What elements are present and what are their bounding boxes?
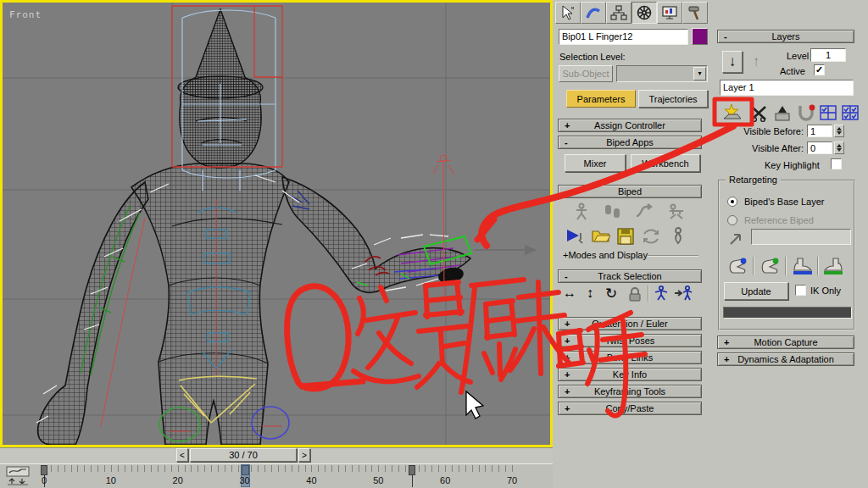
sub-object-button[interactable]: Sub-Object <box>559 65 613 82</box>
body-horizontal-icon[interactable]: ↔ <box>563 286 576 301</box>
biped-playback-icon[interactable] <box>565 226 587 248</box>
expand-icon[interactable]: + <box>724 353 729 365</box>
track-bar-ruler[interactable]: 010203040506070 <box>34 464 553 488</box>
viewport-name-label[interactable]: Front <box>9 9 42 20</box>
rollout-motion-capture[interactable]: + Motion Capture <box>717 336 854 349</box>
delete-layer-icon[interactable] <box>748 103 770 125</box>
opposite-tracks-icon[interactable] <box>673 285 695 303</box>
rollout-assign-controller[interactable]: + Assign Controller <box>558 119 702 132</box>
previous-frame-button[interactable]: < <box>176 448 188 462</box>
expand-icon[interactable]: + <box>565 402 570 414</box>
expand-icon[interactable]: + <box>565 369 570 380</box>
visible-after-field[interactable]: 0 <box>807 141 832 154</box>
collapse-layer-icon[interactable] <box>771 103 793 125</box>
collapse-icon[interactable]: - <box>565 270 568 282</box>
expand-icon[interactable]: + <box>565 335 570 347</box>
visible-before-field[interactable]: 1 <box>807 125 832 137</box>
rollout-layers[interactable]: - Layers <box>717 30 854 43</box>
reference-biped-field[interactable] <box>751 229 851 245</box>
trajectories-tab[interactable]: Trajectories <box>638 90 708 108</box>
lock-com-keying-icon[interactable] <box>627 286 643 303</box>
frame-tick <box>271 465 272 472</box>
move-all-mode-icon[interactable] <box>667 226 689 248</box>
modify-tab-icon[interactable] <box>581 2 606 24</box>
level-field: 1 <box>810 48 846 62</box>
collapse-icon[interactable]: - <box>565 186 568 197</box>
rollout-track-selection[interactable]: - Track Selection <box>558 269 702 283</box>
sub-object-dropdown[interactable]: ▾ <box>616 65 708 82</box>
convert-icon[interactable] <box>640 226 662 248</box>
rollout-title: Track Selection <box>598 271 661 281</box>
dropdown-arrow-icon[interactable]: ▾ <box>693 67 706 80</box>
active-checkbox[interactable]: ✓ <box>814 64 825 75</box>
rollout-key-info[interactable]: + Key Info <box>558 368 702 381</box>
frame-tick <box>345 465 346 472</box>
expand-icon[interactable]: + <box>565 119 570 131</box>
footstep-mode-icon[interactable] <box>603 202 623 223</box>
figure-mode-icon[interactable] <box>571 202 592 223</box>
layer-name-field[interactable]: Layer 1 <box>720 80 854 96</box>
rollout-twist-poses[interactable]: + Twist Poses <box>558 334 702 347</box>
symmetrical-tracks-icon[interactable] <box>653 285 670 303</box>
visible-after-spinner[interactable] <box>834 141 844 154</box>
select-window-icon[interactable] <box>817 103 839 125</box>
left-foot-icon[interactable] <box>790 256 814 280</box>
right-foot-icon[interactable] <box>822 256 846 280</box>
save-file-icon[interactable] <box>615 226 637 248</box>
parameters-tab[interactable]: Parameters <box>566 90 636 108</box>
body-rotation-icon[interactable]: ↻ <box>605 285 617 302</box>
object-color-swatch[interactable] <box>692 28 708 45</box>
frame-tick <box>91 465 92 472</box>
rollout-quaternion-euler[interactable]: + Quaternion / Euler <box>558 317 702 330</box>
hierarchy-tab-icon[interactable] <box>606 2 632 24</box>
next-frame-button[interactable]: > <box>298 448 310 462</box>
object-name-field[interactable]: Bip01 L Finger12 <box>559 29 688 45</box>
rollout-copy-paste[interactable]: + Copy/Paste <box>558 402 702 415</box>
select-all-window-icon[interactable] <box>839 103 861 125</box>
load-file-icon[interactable] <box>590 226 612 248</box>
rollout-bend-links[interactable]: + Bend Links <box>558 351 702 364</box>
utilities-tab-icon[interactable] <box>682 2 708 24</box>
workbench-button[interactable]: Workbench <box>631 154 700 172</box>
key-highlight-checkbox[interactable] <box>831 158 842 169</box>
level-label: Level <box>787 51 809 61</box>
visible-before-spinner[interactable] <box>834 125 844 137</box>
animation-key[interactable] <box>242 465 249 475</box>
modes-and-display-note[interactable]: +Modes and Display <box>563 250 648 260</box>
left-hand-icon[interactable] <box>726 256 749 280</box>
frame-tick <box>338 465 339 472</box>
ik-only-checkbox[interactable] <box>795 285 806 296</box>
rollout-biped[interactable]: - Biped <box>558 185 702 198</box>
collapse-icon[interactable]: - <box>565 136 568 148</box>
display-tab-icon[interactable] <box>657 2 682 24</box>
snap-set-key-icon[interactable] <box>795 103 817 125</box>
reference-biped-radio[interactable] <box>727 215 737 225</box>
rollout-keyframing-tools[interactable]: + Keyframing Tools <box>558 385 702 398</box>
create-tab-icon[interactable] <box>555 2 581 24</box>
update-button[interactable]: Update <box>724 282 788 300</box>
mixer-button[interactable]: Mixer <box>565 154 626 172</box>
right-hand-icon[interactable] <box>758 256 782 280</box>
expand-icon[interactable]: + <box>565 352 570 363</box>
axis-gizmo-arrow[interactable] <box>474 245 537 255</box>
new-layer-icon[interactable] <box>721 103 743 125</box>
expand-icon[interactable]: + <box>724 336 729 348</box>
collapse-icon[interactable]: - <box>724 30 727 42</box>
expand-icon[interactable]: + <box>565 385 570 397</box>
rollout-dynamics-adaptation[interactable]: + Dynamics & Adaptation <box>717 352 854 366</box>
mixer-mode-icon[interactable] <box>666 202 687 223</box>
front-viewport[interactable]: Front <box>0 0 553 447</box>
motion-flow-mode-icon[interactable] <box>634 202 654 223</box>
biped-base-layer-radio[interactable] <box>727 197 737 207</box>
motion-tab-icon[interactable] <box>632 2 657 24</box>
open-mini-curve-editor-icon[interactable] <box>5 466 31 488</box>
biped-base-layer-label: Biped's Base Layer <box>744 197 824 207</box>
body-vertical-icon[interactable]: ↕ <box>587 286 593 301</box>
rollout-biped-apps[interactable]: - Biped Apps <box>558 136 702 149</box>
frame-tick <box>398 465 399 472</box>
next-layer-button[interactable]: ↑ <box>746 51 766 73</box>
pick-reference-icon[interactable] <box>727 229 746 249</box>
expand-icon[interactable]: + <box>565 318 570 330</box>
previous-layer-button[interactable]: ↓ <box>722 51 743 73</box>
time-slider-handle[interactable]: 30 / 70 <box>190 448 297 462</box>
